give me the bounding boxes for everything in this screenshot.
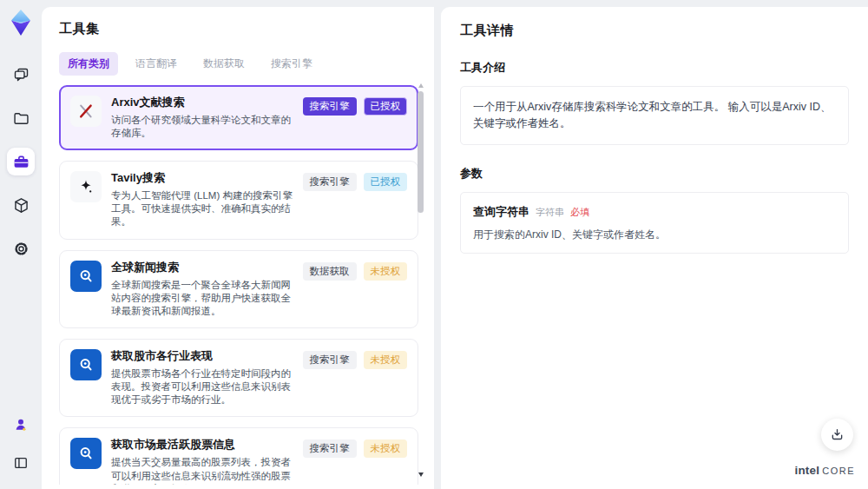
category-badge: 数据获取	[303, 262, 357, 281]
tab-data-fetch[interactable]: 数据获取	[194, 52, 253, 76]
user-avatar-icon	[12, 416, 30, 433]
app-sidebar	[0, 0, 42, 489]
blue-search-icon	[70, 261, 102, 292]
scroll-up-arrow-icon[interactable]	[418, 83, 424, 88]
category-tabs: 所有类别 语言翻译 数据获取 搜索引擎	[59, 52, 434, 76]
status-badge: 已授权	[364, 97, 408, 116]
arxiv-x-icon	[70, 96, 102, 127]
tool-list: Arxiv文献搜索 访问各个研究领域大量科学论文和文章的存储库。 搜索引擎 已授…	[59, 85, 434, 485]
app-logo-icon	[5, 7, 36, 38]
tool-intro-box: 一个用于从Arxiv存储库搜索科学论文和文章的工具。 输入可以是Arxiv ID…	[460, 86, 849, 145]
tool-description: 提供当天交易量最高的股票列表，投资者可以利用这些信息来识别流动性强的股票和潜在的…	[111, 456, 293, 485]
status-badge: 已授权	[364, 173, 408, 191]
status-badge: 未授权	[364, 351, 408, 369]
params-section-title: 参数	[460, 166, 849, 182]
tool-card-most-active-stocks[interactable]: 获取市场最活跃股票信息 提供当天交易量最高的股票列表，投资者可以利用这些信息来识…	[59, 427, 418, 485]
parameter-required-flag: 必填	[570, 206, 589, 219]
parameter-type: 字符串	[536, 206, 564, 219]
tool-list-panel: 工具集 所有类别 语言翻译 数据获取 搜索引擎 A	[42, 7, 434, 489]
intro-section-title: 工具介绍	[460, 60, 849, 76]
blue-search-icon	[70, 438, 102, 469]
category-badge: 搜索引擎	[303, 97, 357, 116]
chat-icon	[12, 66, 30, 84]
tool-description: 访问各个研究领域大量科学论文和文章的存储库。	[111, 114, 293, 140]
sidebar-item-files[interactable]	[7, 104, 35, 132]
sidebar-item-settings[interactable]	[7, 235, 35, 262]
panel-toggle-icon	[12, 454, 30, 472]
download-icon	[829, 426, 845, 443]
parameter-box: 查询字符串 字符串 必填 用于搜索的Arxiv ID、关键字或作者姓名。	[460, 192, 849, 254]
list-scrollbar[interactable]	[418, 83, 424, 477]
tool-details-panel: 工具详情 工具介绍 一个用于从Arxiv存储库搜索科学论文和文章的工具。 输入可…	[441, 7, 868, 489]
sidebar-item-account[interactable]	[7, 411, 35, 439]
tool-name: 获取股市各行业表现	[111, 349, 293, 364]
cube-icon	[12, 196, 30, 215]
blue-search-icon	[70, 349, 102, 380]
parameter-name: 查询字符串	[473, 204, 529, 220]
status-badge: 未授权	[364, 439, 408, 458]
app-window: 工具集 所有类别 语言翻译 数据获取 搜索引擎 A	[0, 0, 868, 489]
sparkle-icon	[70, 171, 102, 202]
sidebar-nav	[7, 61, 35, 262]
tool-card-tavily[interactable]: Tavily搜索 专为人工智能代理 (LLM) 构建的搜索引擎工具。可快速提供实…	[59, 161, 418, 239]
brand-core-text: CORE	[822, 466, 855, 476]
tool-name: 全球新闻搜索	[111, 261, 293, 275]
category-badge: 搜索引擎	[303, 351, 357, 369]
tab-all-categories[interactable]: 所有类别	[59, 52, 118, 76]
intel-core-logo: intel CORE	[794, 464, 855, 477]
main-area: 工具集 所有类别 语言翻译 数据获取 搜索引擎 A	[42, 0, 868, 489]
tool-name: 获取市场最活跃股票信息	[111, 438, 293, 453]
tool-description: 专为人工智能代理 (LLM) 构建的搜索引擎工具。可快速提供实时、准确和真实的结…	[111, 189, 293, 229]
toolbox-icon	[12, 153, 30, 171]
tab-language-translation[interactable]: 语言翻译	[127, 52, 186, 76]
folder-icon	[12, 109, 30, 128]
status-badge: 未授权	[364, 262, 408, 281]
sidebar-bottom	[7, 411, 35, 477]
scroll-down-arrow-icon[interactable]	[418, 472, 424, 477]
tool-description: 提供股票市场各个行业在特定时间段内的表现。投资者可以利用这些信息来识别表现优于或…	[111, 367, 293, 407]
sidebar-item-collapse[interactable]	[7, 449, 35, 477]
category-badge: 搜索引擎	[303, 439, 357, 458]
tab-search-engine[interactable]: 搜索引擎	[262, 52, 321, 76]
gear-icon	[12, 240, 30, 258]
tool-card-sector-performance[interactable]: 获取股市各行业表现 提供股票市场各个行业在特定时间段内的表现。投资者可以利用这些…	[59, 339, 418, 417]
sidebar-item-models[interactable]	[7, 191, 35, 219]
category-badge: 搜索引擎	[303, 173, 357, 191]
details-title: 工具详情	[460, 23, 849, 39]
tool-card-arxiv[interactable]: Arxiv文献搜索 访问各个研究领域大量科学论文和文章的存储库。 搜索引擎 已授…	[59, 85, 418, 150]
scrollbar-thumb[interactable]	[418, 91, 424, 213]
page-title: 工具集	[59, 21, 434, 37]
tool-name: Tavily搜索	[111, 171, 293, 186]
tool-name: Arxiv文献搜索	[111, 96, 293, 110]
sidebar-item-tools[interactable]	[7, 148, 35, 175]
tool-description: 全球新闻搜索是一个聚合全球各大新闻网站内容的搜索引擎，帮助用户快速获取全球最新资…	[111, 279, 293, 319]
sidebar-item-chat[interactable]	[7, 61, 35, 89]
brand-intel-text: intel	[794, 464, 819, 477]
download-button[interactable]	[821, 419, 853, 451]
parameter-description: 用于搜索的Arxiv ID、关键字或作者姓名。	[473, 228, 836, 242]
tool-card-global-news[interactable]: 全球新闻搜索 全球新闻搜索是一个聚合全球各大新闻网站内容的搜索引擎，帮助用户快速…	[59, 250, 418, 328]
